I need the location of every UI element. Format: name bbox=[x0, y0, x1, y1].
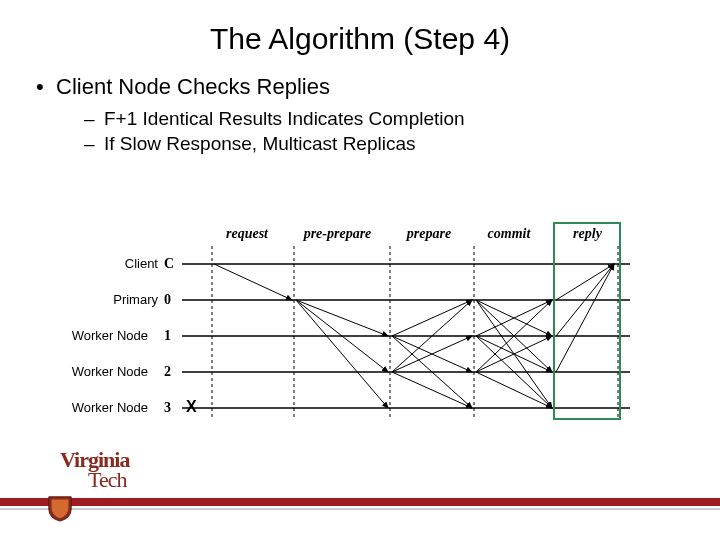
virginia-tech-logo: Virginia Tech bbox=[60, 450, 180, 500]
pbft-diagram: request pre-prepare prepare commit reply… bbox=[70, 218, 680, 438]
faulty-node-x-icon: X bbox=[186, 398, 197, 416]
slide-title: The Algorithm (Step 4) bbox=[0, 0, 720, 74]
svg-line-12 bbox=[296, 300, 388, 336]
svg-line-14 bbox=[296, 300, 388, 408]
content-area: Client Node Checks Replies F+1 Identical… bbox=[0, 74, 720, 155]
svg-line-29 bbox=[476, 372, 552, 408]
slide: The Algorithm (Step 4) Client Node Check… bbox=[0, 0, 720, 540]
footer-divider-line bbox=[0, 508, 720, 510]
bullet-level2: If Slow Response, Multicast Replicas bbox=[36, 133, 690, 155]
logo-line2: Tech bbox=[60, 470, 180, 490]
svg-line-11 bbox=[214, 264, 292, 300]
svg-line-15 bbox=[392, 300, 472, 336]
vt-shield-icon bbox=[46, 494, 74, 522]
bullet-level2: F+1 Identical Results Indicates Completi… bbox=[36, 108, 690, 130]
svg-line-20 bbox=[392, 372, 472, 408]
reply-phase-highlight bbox=[553, 222, 621, 420]
bullet-level1: Client Node Checks Replies bbox=[36, 74, 690, 100]
